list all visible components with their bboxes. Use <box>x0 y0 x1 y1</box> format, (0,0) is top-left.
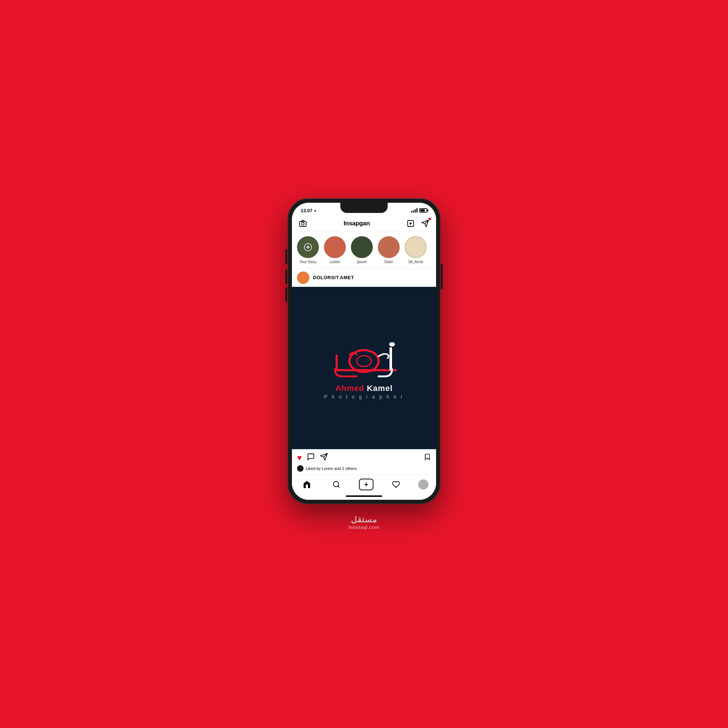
battery-fill <box>421 209 425 211</box>
bottom-nav <box>292 475 436 492</box>
story-avatar-lorem <box>324 236 346 258</box>
camera-icon[interactable] <box>298 219 308 229</box>
post-username: DOLORSIT.AMET <box>313 275 354 280</box>
send-icon[interactable] <box>420 219 430 229</box>
story-avatar-ipsum <box>351 236 373 258</box>
story-label-dolor: Dolor <box>384 260 393 264</box>
post-image: Ahmed Kamel P h o t o g r a p h e r <box>292 287 436 449</box>
story-label-your-story: Your Story <box>300 260 316 264</box>
ig-header: Insapgan <box>292 216 436 232</box>
notification-badge-dot <box>428 217 431 220</box>
likes-row: Liked by Lorem and 2 others <box>292 465 436 475</box>
share-icon[interactable] <box>320 453 328 463</box>
time-text: 13.07 <box>301 208 313 213</box>
svg-rect-11 <box>336 355 338 370</box>
post-user-avatar <box>297 272 309 284</box>
home-indicator-bar <box>346 496 382 497</box>
logo-container: Ahmed Kamel P h o t o g r a p h e r <box>324 336 404 400</box>
likes-avatar <box>297 465 304 472</box>
home-indicator <box>292 492 436 500</box>
svg-rect-12 <box>390 347 392 370</box>
notch <box>340 203 388 213</box>
svg-point-1 <box>301 222 304 225</box>
story-avatar-dolor <box>378 236 400 258</box>
status-time: 13.07 ▲ <box>301 208 317 213</box>
watermark-arabic: مستقل <box>349 515 380 525</box>
story-item-your-story[interactable]: Your Story <box>297 236 319 264</box>
story-avatar-sit-amet <box>405 236 427 258</box>
nav-home-icon[interactable] <box>300 479 314 490</box>
nav-search-icon[interactable] <box>329 479 344 490</box>
nav-heart-icon[interactable] <box>389 479 403 490</box>
stories-row: Your Story Lorem Ipsum Dolor Sit_Amet <box>292 232 436 269</box>
compose-icon[interactable] <box>405 219 416 229</box>
svg-point-15 <box>357 356 371 367</box>
story-label-lorem: Lorem <box>330 260 340 264</box>
svg-point-13 <box>389 342 395 347</box>
save-icon[interactable] <box>424 453 431 463</box>
story-item-dolor[interactable]: Dolor <box>378 236 400 264</box>
likes-text: Liked by Lorem and 2 others <box>306 466 356 471</box>
story-label-sit-amet: Sit_Amet <box>408 260 423 264</box>
battery-icon <box>419 208 427 213</box>
app-title: Insapgan <box>344 220 370 227</box>
page-wrapper: 13.07 ▲ <box>288 198 440 530</box>
like-icon[interactable]: ♥ <box>297 453 302 463</box>
header-right-icons <box>405 219 430 229</box>
story-item-sit-amet[interactable]: Sit_Amet <box>405 236 427 264</box>
svg-line-19 <box>338 486 340 487</box>
watermark-latin: mostaql.com <box>349 525 380 530</box>
post-name-text: Ahmed Kamel P h o t o g r a p h e r <box>324 384 404 400</box>
post-actions: ♥ <box>292 449 436 465</box>
story-avatar-your-story <box>297 236 319 258</box>
arabic-logo-wrap <box>327 336 401 380</box>
watermark: مستقل mostaql.com <box>349 515 380 530</box>
name-photographer: P h o t o g r a p h e r <box>324 394 404 400</box>
comment-icon[interactable] <box>307 453 315 463</box>
post-header: DOLORSIT.AMET <box>292 269 436 287</box>
nav-profile-icon[interactable] <box>418 479 428 489</box>
story-item-ipsum[interactable]: Ipsum <box>351 236 373 264</box>
phone-screen: 13.07 ▲ <box>292 203 436 500</box>
status-icons <box>411 208 427 213</box>
signal-icon <box>411 208 418 213</box>
story-item-lorem[interactable]: Lorem <box>324 236 346 264</box>
location-arrow-icon: ▲ <box>314 209 317 212</box>
name-kamel: Kamel <box>364 384 393 393</box>
name-ahmed: Ahmed <box>335 384 364 393</box>
nav-add-icon[interactable] <box>359 479 373 490</box>
actions-left: ♥ <box>297 453 328 463</box>
story-label-ipsum: Ipsum <box>357 260 367 264</box>
phone-frame: 13.07 ▲ <box>288 198 440 504</box>
svg-point-18 <box>333 481 339 487</box>
